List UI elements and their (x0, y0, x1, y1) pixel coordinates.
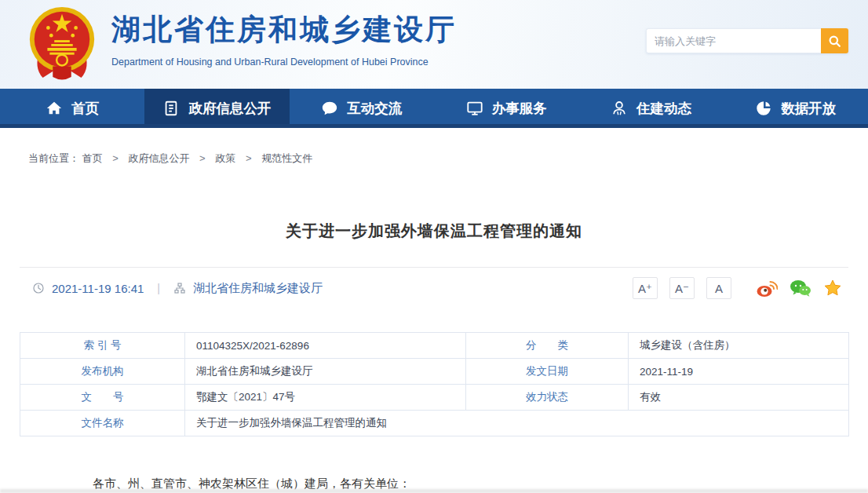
table-row: 文件名称 关于进一步加强外墙保温工程管理的通知 (20, 411, 849, 436)
document-name-value: 关于进一步加强外墙保温工程管理的通知 (185, 411, 849, 436)
article-meta-bar: 2021-11-19 16:41 | 湖北省住房和城乡建设厅 A⁺ A⁻ A (20, 268, 848, 309)
nav-item-home[interactable]: 首页 (0, 89, 144, 128)
search-button[interactable] (821, 28, 848, 53)
search-icon (827, 34, 842, 49)
breadcrumb-separator: > (199, 152, 206, 164)
index-number-value: 01104325X/2021-62896 (185, 333, 466, 359)
person-icon (611, 100, 628, 117)
nav-item-government-info[interactable]: 政府信息公开 (144, 89, 289, 128)
site-title: 湖北省住房和城乡建设厅 (111, 10, 457, 49)
breadcrumb-item-normative-docs[interactable]: 规范性文件 (261, 152, 312, 164)
nav-label: 互动交流 (347, 99, 402, 118)
category-value: 城乡建设（含住房） (629, 333, 849, 359)
validity-status-value: 有效 (629, 385, 849, 411)
breadcrumb: 当前位置： 首页 > 政府信息公开 > 政策 > 规范性文件 (0, 128, 868, 166)
site-header: 湖北省住房和城乡建设厅 Department of Housing and Ur… (0, 0, 868, 89)
issuing-agency-value: 湖北省住房和城乡建设厅 (185, 359, 466, 385)
breadcrumb-prefix: 当前位置： (28, 152, 79, 164)
favorite-star-icon[interactable] (823, 279, 842, 298)
font-decrease-button[interactable]: A⁻ (669, 277, 695, 299)
home-icon (46, 100, 63, 117)
search-bar (646, 28, 848, 53)
pie-chart-icon (755, 100, 772, 117)
nav-label: 办事服务 (492, 99, 547, 118)
table-row: 索 引 号 01104325X/2021-62896 分 类 城乡建设（含住房） (20, 333, 849, 359)
issue-date-label: 发文日期 (466, 359, 629, 385)
site-subtitle: Department of Housing and Urban-Rural De… (111, 57, 457, 68)
document-number-value: 鄂建文〔2021〕47号 (185, 385, 466, 411)
issue-date-value: 2021-11-19 (629, 359, 849, 385)
nav-item-services[interactable]: 办事服务 (434, 89, 578, 128)
breadcrumb-item-home[interactable]: 首页 (82, 152, 103, 164)
main-nav: 首页 政府信息公开 互动交流 办事服务 住建动态 (0, 89, 868, 128)
wechat-share-icon[interactable] (790, 279, 811, 298)
font-default-button[interactable]: A (706, 277, 731, 299)
monitor-icon (466, 100, 483, 117)
nav-item-open-data[interactable]: 数据开放 (724, 89, 868, 128)
bottom-cutoff-shade (0, 489, 868, 493)
nav-label: 住建动态 (636, 99, 691, 118)
table-row: 文 号 鄂建文〔2021〕47号 效力状态 有效 (20, 385, 849, 411)
article-title: 关于进一步加强外墙保温工程管理的通知 (0, 221, 868, 242)
search-input[interactable] (646, 28, 821, 53)
article-source: 湖北省住房和城乡建设厅 (193, 281, 323, 296)
breadcrumb-item-policy[interactable]: 政策 (215, 152, 235, 164)
index-number-label: 索 引 号 (20, 333, 185, 359)
weibo-share-icon[interactable] (756, 279, 778, 298)
national-emblem-logo (27, 5, 97, 82)
document-info-table: 索 引 号 01104325X/2021-62896 分 类 城乡建设（含住房）… (20, 332, 849, 436)
nav-label: 数据开放 (781, 99, 836, 118)
publish-time: 2021-11-19 16:41 (52, 282, 144, 295)
category-label: 分 类 (466, 333, 629, 359)
font-increase-button[interactable]: A⁺ (633, 277, 658, 299)
nav-item-interaction[interactable]: 互动交流 (290, 89, 434, 128)
validity-status-label: 效力状态 (466, 385, 629, 411)
meta-separator: | (157, 282, 160, 294)
source-icon (173, 282, 186, 294)
document-name-label: 文件名称 (20, 411, 185, 436)
issuing-agency-label: 发布机构 (20, 359, 185, 385)
nav-label: 首页 (71, 99, 99, 118)
nav-label: 政府信息公开 (188, 99, 271, 118)
document-icon (162, 100, 180, 117)
table-row: 发布机构 湖北省住房和城乡建设厅 发文日期 2021-11-19 (20, 359, 849, 385)
document-number-label: 文 号 (20, 385, 185, 411)
breadcrumb-separator: > (246, 152, 252, 164)
breadcrumb-separator: > (112, 152, 119, 164)
chat-icon (321, 100, 338, 117)
clock-icon (32, 282, 45, 294)
nav-item-news[interactable]: 住建动态 (578, 89, 723, 128)
breadcrumb-item-government-info[interactable]: 政府信息公开 (128, 152, 189, 164)
